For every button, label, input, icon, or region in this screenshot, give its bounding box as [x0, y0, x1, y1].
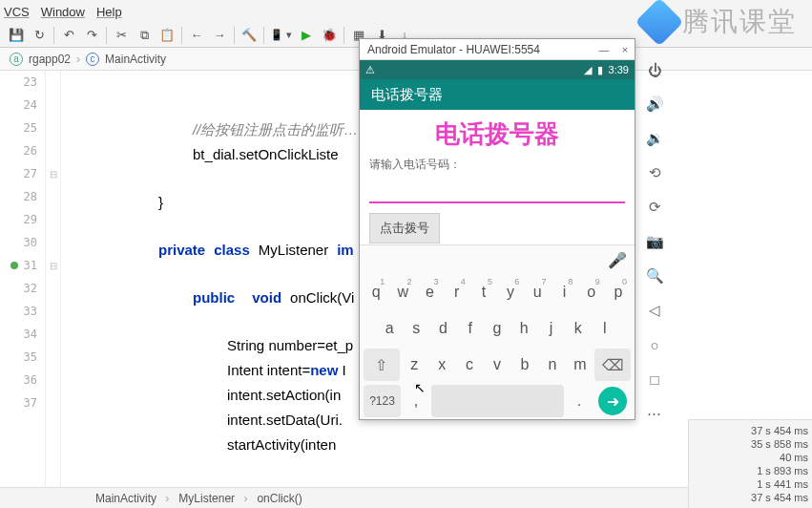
watermark: 腾讯课堂: [642, 4, 797, 40]
cut-icon[interactable]: ✂: [113, 27, 130, 44]
key-i[interactable]: i8: [552, 276, 576, 308]
key-w[interactable]: w2: [390, 276, 415, 308]
copy-icon[interactable]: ⧉: [135, 27, 153, 44]
warning-icon: ⚠: [365, 64, 375, 76]
home-icon[interactable]: ○: [644, 334, 665, 355]
input-hint: 请输入电话号码：: [360, 155, 635, 175]
shift-key[interactable]: ⇧: [364, 349, 400, 381]
build-timing: 37 s 454 ms 35 s 858 ms 40 ms 1 s 893 ms…: [688, 419, 812, 508]
key-b[interactable]: b: [511, 349, 537, 381]
zoom-icon[interactable]: 🔍: [644, 265, 665, 286]
space-key[interactable]: [431, 385, 564, 417]
app-content: 电话拨号器 请输入电话号码： 点击拨号: [360, 110, 635, 247]
tencent-logo-icon: [635, 0, 684, 46]
app-title: 电话拨号器: [360, 110, 635, 155]
overview-icon[interactable]: □: [644, 369, 665, 390]
soft-keyboard: 🎤 q1w2e3r4t5y6u7i8o9p0 asdfghjkl ⇧ zxcvb…: [360, 244, 635, 419]
back-icon[interactable]: ←: [188, 27, 205, 44]
period-key[interactable]: .: [566, 385, 593, 417]
key-k[interactable]: k: [566, 312, 591, 345]
key-s[interactable]: s: [404, 312, 428, 345]
key-n[interactable]: n: [539, 349, 565, 381]
structure-breadcrumb: MainActivity MyListener onClick(): [0, 487, 688, 508]
backspace-key[interactable]: ⌫: [594, 349, 631, 381]
bc-inner[interactable]: MyListener: [178, 492, 247, 505]
key-p[interactable]: p0: [606, 276, 631, 308]
mic-icon[interactable]: 🎤: [608, 251, 627, 269]
android-status-bar: ⚠ ◢ ▮ 3:39: [360, 60, 635, 79]
mouse-cursor: ↖: [414, 380, 426, 395]
phone-input[interactable]: [369, 179, 625, 203]
app-toolbar: 电话拨号器: [360, 79, 635, 110]
class-icon: c: [86, 53, 99, 66]
clock: 3:39: [609, 64, 629, 75]
key-e[interactable]: e3: [417, 276, 442, 308]
key-a[interactable]: a: [377, 312, 402, 345]
key-v[interactable]: v: [485, 349, 510, 381]
refresh-icon[interactable]: ↻: [31, 27, 48, 44]
paste-icon[interactable]: 📋: [158, 27, 176, 44]
minimize-icon[interactable]: —: [594, 42, 614, 57]
key-r[interactable]: r4: [445, 276, 469, 308]
symbols-key[interactable]: ?123: [364, 385, 401, 417]
volume-down-icon[interactable]: 🔉: [644, 128, 665, 149]
key-z[interactable]: z: [402, 349, 427, 381]
bc-method[interactable]: onClick(): [257, 492, 307, 505]
key-y[interactable]: y6: [498, 276, 523, 308]
key-g[interactable]: g: [485, 312, 510, 345]
volume-up-icon[interactable]: 🔊: [644, 94, 665, 115]
line-gutter: 23 24 25 26 27 28 29 30 31 32 33 34 35 3…: [0, 71, 46, 508]
bc-class[interactable]: MainActivity: [95, 492, 169, 505]
key-t[interactable]: t5: [471, 276, 496, 308]
menu-vcs[interactable]: VCS: [4, 5, 30, 19]
key-j[interactable]: j: [538, 312, 563, 345]
emulator-titlebar[interactable]: Android Emulator - HUAWEI:5554 — ×: [360, 39, 635, 60]
fold-gutter: ⊟ ⊟: [46, 71, 61, 508]
debug-icon[interactable]: 🐞: [321, 27, 338, 44]
close-icon[interactable]: ×: [615, 42, 635, 57]
key-l[interactable]: l: [593, 312, 617, 345]
key-f[interactable]: f: [458, 312, 483, 345]
run-icon[interactable]: ▶: [298, 27, 315, 44]
bc-project[interactable]: rgapp02: [29, 53, 71, 66]
app-icon: a: [10, 53, 23, 66]
key-x[interactable]: x: [429, 349, 455, 381]
camera-icon[interactable]: 📷: [644, 231, 665, 252]
forward-icon[interactable]: →: [211, 27, 228, 44]
suggestion-bar: 🎤: [360, 245, 635, 274]
enter-key[interactable]: ➜: [598, 387, 627, 415]
key-u[interactable]: u7: [525, 276, 550, 308]
menu-help[interactable]: Help: [96, 5, 122, 19]
rotate-left-icon[interactable]: ⟲: [644, 162, 665, 183]
key-o[interactable]: o9: [579, 276, 604, 308]
redo-icon[interactable]: ↷: [83, 27, 100, 44]
emulator-side-toolbar: ⏻ 🔊 🔉 ⟲ ⟳ 📷 🔍 ◁ ○ □ ⋯: [641, 59, 668, 424]
emulator-window: Android Emulator - HUAWEI:5554 — × ⚠ ◢ ▮…: [359, 38, 635, 420]
signal-icon: ◢: [584, 64, 592, 76]
save-icon[interactable]: 💾: [8, 27, 25, 44]
key-m[interactable]: m: [567, 349, 593, 381]
back-icon[interactable]: ◁: [644, 300, 665, 321]
build-icon[interactable]: 🔨: [240, 27, 258, 44]
battery-icon: ▮: [597, 64, 603, 76]
key-h[interactable]: h: [511, 312, 536, 345]
key-d[interactable]: d: [430, 312, 455, 345]
menu-window[interactable]: Window: [41, 5, 85, 19]
emulator-title: Android Emulator - HUAWEI:5554: [367, 43, 540, 56]
key-q[interactable]: q1: [364, 276, 388, 308]
power-icon[interactable]: ⏻: [644, 59, 665, 80]
dial-button[interactable]: 点击拨号: [369, 213, 440, 243]
app-dropdown[interactable]: 📱 ▾: [270, 27, 292, 44]
more-icon[interactable]: ⋯: [644, 403, 665, 424]
undo-icon[interactable]: ↶: [60, 27, 77, 44]
key-c[interactable]: c: [457, 349, 483, 381]
rotate-right-icon[interactable]: ⟳: [644, 197, 665, 218]
bc-activity[interactable]: MainActivity: [105, 53, 166, 66]
